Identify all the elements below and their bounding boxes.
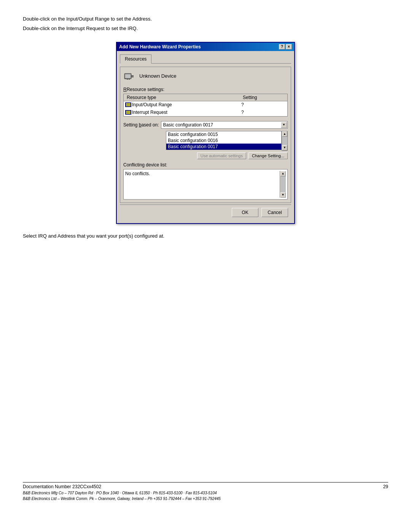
page-footer: Documentation Number 232CCxx4502 29 B&B … <box>23 482 388 502</box>
change-setting-button[interactable]: Change Setting... <box>249 152 288 159</box>
footer-company-1: B&B Electronics Mfg Co – 707 Dayton Rd ·… <box>23 490 388 496</box>
row-2-type: Interrupt Request <box>124 109 240 116</box>
inner-panel: Unknown Device RResource settings: Resou… <box>120 67 291 203</box>
dropdown-option-0015[interactable]: Basic configuration 0015 <box>166 131 281 137</box>
no-conflicts-text: No conflicts. <box>125 171 280 198</box>
setting-dropdown[interactable]: Basic configuration 0017 <box>161 121 288 129</box>
tab-bar: Resources <box>120 54 291 64</box>
col-setting: Setting <box>240 94 287 101</box>
scroll-track <box>282 137 287 145</box>
irq-icon <box>125 110 131 115</box>
close-button[interactable]: × <box>286 44 292 50</box>
help-button[interactable]: ? <box>279 44 285 50</box>
conflict-scrollbar: ▲ ▼ <box>280 171 286 198</box>
use-automatic-settings-checkbox[interactable]: Use automatic settings <box>197 152 246 159</box>
setting-based-on-row: Setting based on: Basic configuration 00… <box>123 121 288 129</box>
dialog-footer: OK Cancel <box>120 204 291 220</box>
dialog-wrapper: Add New Hardware Wizard Properties ? × R… <box>23 42 388 224</box>
dropdown-list-wrapper: Basic configuration 0015 Basic configura… <box>123 131 288 151</box>
dialog-body: Resources <box>117 51 294 223</box>
row-1-type: Input/Output Range <box>124 101 240 109</box>
conflict-scroll-track <box>280 176 286 192</box>
svg-rect-5 <box>127 79 128 80</box>
intro-line-1: Double-click on the Input/Output Range t… <box>23 15 388 23</box>
tab-resources[interactable]: Resources <box>120 54 151 64</box>
page-content: Double-click on the Input/Output Range t… <box>23 15 388 239</box>
dialog-title: Add New Hardware Wizard Properties <box>119 44 279 50</box>
device-icon <box>123 70 135 82</box>
page-number: 29 <box>383 484 388 489</box>
ok-button[interactable]: OK <box>232 208 258 217</box>
cancel-button[interactable]: Cancel <box>261 208 288 217</box>
doc-number: Documentation Number 232CCxx4502 <box>23 484 101 489</box>
setting-dropdown-container: Basic configuration 0017 ▼ <box>161 121 288 129</box>
device-name: Unknown Device <box>139 73 177 79</box>
dropdown-scrollbar: ▲ ▼ <box>282 131 288 151</box>
bottom-text: Select IRQ and Address that you want you… <box>23 233 388 239</box>
row-2-setting: ? <box>240 109 287 116</box>
device-row: Unknown Device <box>123 70 288 82</box>
footer-company-2: B&B Electronics Ltd – Westlink Comm. Pk … <box>23 496 388 502</box>
scroll-down-icon[interactable]: ▼ <box>282 145 287 150</box>
dialog-controls: ? × <box>279 44 292 50</box>
dialog: Add New Hardware Wizard Properties ? × R… <box>116 42 295 224</box>
svg-rect-4 <box>124 78 126 79</box>
settings-buttons-row: Use automatic settings Change Setting... <box>123 152 288 159</box>
dropdown-option-0017[interactable]: Basic configuration 0017 <box>166 144 281 150</box>
dialog-titlebar: Add New Hardware Wizard Properties ? × <box>117 43 294 51</box>
svg-rect-1 <box>125 74 131 78</box>
col-resource-type: Resource type <box>124 94 240 101</box>
dropdown-list: Basic configuration 0015 Basic configura… <box>166 131 282 150</box>
io-range-icon <box>125 102 131 107</box>
resource-table: Resource type Setting <box>123 94 288 117</box>
footer-company: B&B Electronics Mfg Co – 707 Dayton Rd ·… <box>23 490 388 502</box>
conflict-scroll-down-icon[interactable]: ▼ <box>280 192 286 198</box>
intro-text: Double-click on the Input/Output Range t… <box>23 15 388 33</box>
scroll-up-icon[interactable]: ▲ <box>282 131 287 137</box>
unknown-device-svg <box>124 70 135 82</box>
resource-settings-label: RResource settings: <box>123 87 288 92</box>
svg-rect-6 <box>129 79 130 80</box>
setting-based-on-label: Setting based on: <box>123 122 159 128</box>
conflict-scroll-up-icon[interactable]: ▲ <box>280 171 286 176</box>
table-row[interactable]: Input/Output Range ? <box>124 101 288 109</box>
conflicting-device-label: Conflicting device list: <box>123 162 288 168</box>
dropdown-option-0016[interactable]: Basic configuration 0016 <box>166 137 281 144</box>
footer-doc-row: Documentation Number 232CCxx4502 29 <box>23 484 388 489</box>
conflict-box: No conflicts. ▲ ▼ <box>123 169 288 200</box>
table-row[interactable]: Interrupt Request ? <box>124 109 288 116</box>
intro-line-2: Double-click on the Interrupt Request to… <box>23 25 388 33</box>
row-1-setting: ? <box>240 101 287 109</box>
